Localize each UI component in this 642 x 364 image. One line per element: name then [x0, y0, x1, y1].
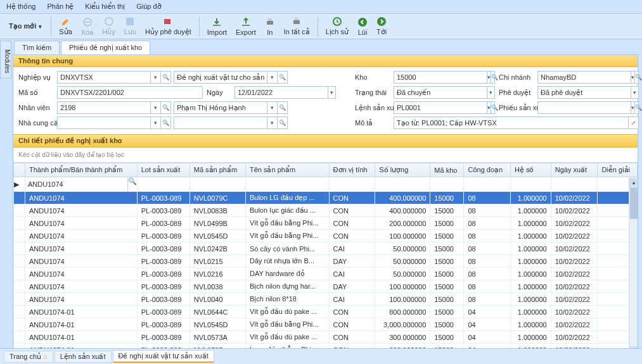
- new-button[interactable]: Tạo mới: [4, 20, 47, 33]
- table-row[interactable]: ANDU1074-01PL-0003-089NVL0573AVít gỗ đầu…: [14, 331, 638, 344]
- nhanvien-name-field[interactable]: [174, 102, 267, 113]
- table-row[interactable]: ANDU1074PL-0003-089NVL0083BBulon lục giá…: [14, 204, 638, 217]
- history-button[interactable]: Lịch sử: [322, 15, 352, 37]
- col-header[interactable]: Lot sản xuất: [137, 163, 189, 177]
- svg-rect-9: [295, 18, 299, 20]
- search-icon[interactable]: 🔍: [277, 72, 287, 83]
- search-icon[interactable]: 🔍: [491, 72, 498, 83]
- sb-home[interactable]: Trang chủ ⌂: [4, 351, 53, 363]
- menu-kieuhienthi[interactable]: Kiểu hiển thị: [85, 3, 125, 11]
- table-row[interactable]: ANDU1074PL-0003-089NVL0038Bịch nilon đựn…: [14, 280, 638, 293]
- section-header: Thông tin chung: [13, 55, 638, 67]
- delete-button[interactable]: Xóa: [77, 16, 98, 37]
- tab-active[interactable]: Phiếu đề nghị xuất kho: [61, 41, 150, 54]
- modules-tab[interactable]: Modules: [0, 41, 11, 78]
- lsx-field[interactable]: [394, 102, 487, 113]
- home-icon: ⌂: [43, 353, 48, 360]
- dropdown-icon[interactable]: ▾: [267, 117, 277, 129]
- dropdown-icon[interactable]: ▾: [150, 72, 160, 83]
- printall-icon: [292, 16, 302, 27]
- dropdown-icon[interactable]: ▾: [631, 87, 638, 98]
- col-header[interactable]: Mã sản phẩm: [189, 163, 245, 177]
- save-button[interactable]: Lưu: [120, 15, 140, 37]
- psx-field[interactable]: [538, 102, 631, 113]
- vertical-scrollbar[interactable]: ▴ ▾: [629, 178, 638, 355]
- dropdown-icon[interactable]: ▾: [267, 72, 277, 83]
- search-icon[interactable]: 🔍: [634, 72, 642, 83]
- print-button[interactable]: In: [261, 16, 279, 37]
- table-row[interactable]: ANDU1074-01PL-0003-089NVL0545DVít gỗ đầu…: [14, 318, 638, 331]
- export-button[interactable]: Export: [232, 16, 260, 37]
- kho-field[interactable]: [394, 72, 487, 83]
- dropdown-icon[interactable]: ▾: [267, 102, 277, 113]
- table-row[interactable]: ANDU1074PL-0003-089NVL0215Dây rút nhựa l…: [14, 255, 638, 268]
- search-icon[interactable]: 🔍: [160, 102, 170, 113]
- unapprove-icon: [163, 16, 173, 27]
- sb-lsx[interactable]: Lệnh sản xuất: [55, 351, 112, 363]
- col-header[interactable]: Số lượng: [375, 163, 430, 177]
- dropdown-icon[interactable]: ▾: [150, 102, 160, 113]
- search-icon[interactable]: 🔍: [160, 117, 170, 129]
- search-icon[interactable]: 🔍: [160, 72, 170, 83]
- expand-icon[interactable]: ⤢: [628, 117, 638, 129]
- statusbar: Trang chủ ⌂ Lệnh sản xuất Đề nghị xuất v…: [0, 348, 642, 364]
- table-row[interactable]: ANDU1074PL-0003-089NVL0079CBulon LG đầu …: [14, 192, 638, 204]
- dropdown-icon[interactable]: ▾: [487, 87, 494, 98]
- grid[interactable]: Thành phẩm/Bán thành phẩmLot sản xuấtMã …: [13, 162, 638, 361]
- dropdown-icon[interactable]: ▾: [150, 117, 160, 129]
- scroll-thumb[interactable]: [630, 187, 638, 219]
- mota-field[interactable]: [394, 117, 628, 129]
- ngay-field[interactable]: [235, 87, 328, 98]
- col-header[interactable]: Công đoạn: [464, 163, 510, 177]
- import-button[interactable]: Import: [203, 16, 231, 37]
- forward-button[interactable]: Tới: [373, 15, 390, 37]
- cancel-button[interactable]: Hủy: [98, 15, 119, 37]
- col-header[interactable]: Mã kho: [430, 163, 464, 177]
- nghiepvu-desc-field[interactable]: [174, 72, 267, 83]
- table-row[interactable]: ANDU1074PL-0003-089NVL0545DVít gỗ đầu bằ…: [14, 230, 638, 242]
- table-row[interactable]: ANDU1074PL-0003-089NVL0242BSò cây có vàn…: [14, 242, 638, 255]
- printall-button[interactable]: In tất cả: [280, 15, 314, 37]
- export-icon: [241, 17, 251, 27]
- table-row[interactable]: ANDU1074PL-0003-089NVL0499BVít gỗ đầu bằ…: [14, 217, 638, 230]
- calendar-icon[interactable]: ▾: [328, 87, 335, 98]
- unapprove-button[interactable]: Hủy phê duyệt: [141, 15, 195, 37]
- sb-active[interactable]: Đề nghị xuất vật tư sản xuất: [113, 350, 214, 363]
- pheduyet-field[interactable]: [538, 87, 631, 98]
- search-icon[interactable]: 🔍: [127, 177, 137, 191]
- delete-icon: [82, 17, 93, 27]
- col-header[interactable]: Thành phẩm/Bán thành phẩm: [25, 163, 138, 177]
- search-icon[interactable]: 🔍: [634, 102, 642, 113]
- ncc-name-field[interactable]: [174, 117, 267, 129]
- col-header[interactable]: Hệ số: [510, 163, 551, 177]
- col-header[interactable]: Đơn vị tính: [329, 163, 375, 177]
- scroll-up-icon[interactable]: ▴: [629, 178, 638, 187]
- back-button[interactable]: Lùi: [354, 16, 371, 37]
- menu-giupdo[interactable]: Giúp đỡ: [136, 3, 161, 11]
- toolbar: Tạo mới Sửa Xóa Hủy Lưu Hủy phê duyệt Im…: [0, 14, 642, 39]
- table-row[interactable]: ANDU1074PL-0003-089NVL0040Bịch nilon 8*1…: [14, 293, 638, 306]
- col-header[interactable]: Ngày xuất: [551, 163, 598, 177]
- nhanvien-field[interactable]: [58, 102, 150, 113]
- nghiepvu-field[interactable]: [58, 72, 150, 83]
- print-icon: [265, 17, 275, 27]
- search-icon[interactable]: 🔍: [277, 102, 287, 113]
- search-icon[interactable]: 🔍: [491, 102, 498, 113]
- col-header[interactable]: Tên sản phẩm: [245, 163, 329, 177]
- maso-field[interactable]: [58, 87, 202, 98]
- menu-phanhe[interactable]: Phân hệ: [47, 3, 74, 11]
- trangthai-field[interactable]: [394, 87, 487, 98]
- lbl-nhanvien: Nhân viên: [18, 104, 53, 111]
- ncc-field[interactable]: [58, 117, 150, 129]
- filter-input[interactable]: [25, 177, 127, 191]
- table-row[interactable]: ANDU1074PL-0003-089NVL0216DAY hardware đ…: [14, 268, 638, 280]
- col-header[interactable]: Diễn giải: [598, 163, 638, 177]
- svg-rect-6: [267, 21, 273, 25]
- chinhanh-field[interactable]: [538, 72, 631, 83]
- edit-button[interactable]: Sửa: [55, 15, 75, 37]
- table-row[interactable]: ANDU1074-01PL-0003-089NVL0644CVít gỗ đầu…: [14, 306, 638, 318]
- svg-rect-3: [164, 19, 170, 24]
- menu-hethong[interactable]: Hệ thống: [6, 3, 35, 11]
- search-icon[interactable]: 🔍: [277, 117, 287, 129]
- tab-search[interactable]: Tìm kiếm: [14, 41, 60, 54]
